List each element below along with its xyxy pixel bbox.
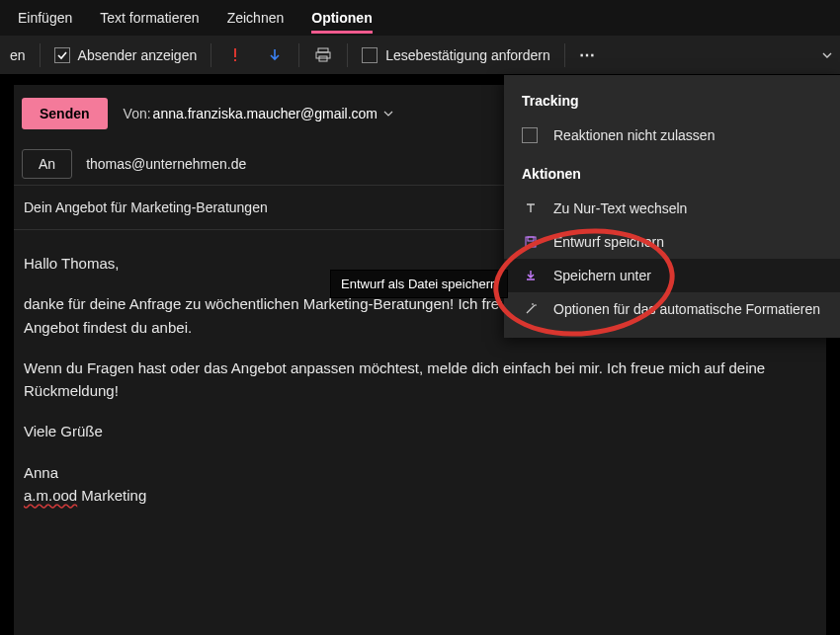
from-email-dropdown[interactable]: anna.franziska.maucher@gmail.com [153, 106, 378, 121]
printer-icon [313, 47, 333, 63]
arrow-down-icon [265, 47, 285, 63]
options-toolbar: en Absender anzeigen Lesebestätigung anf… [0, 36, 840, 75]
checkbox-icon [362, 47, 378, 63]
show-sender-toggle[interactable]: Absender anzeigen [44, 36, 208, 75]
to-field[interactable]: thomas@unternehmen.de [86, 156, 246, 172]
menu-item-label: Optionen für das automatische Formatiere… [553, 301, 820, 317]
menu-item-label: Zu Nur-Text wechseln [553, 200, 687, 216]
checkbox-icon [54, 47, 70, 63]
menu-item-label: Entwurf speichern [553, 234, 664, 250]
menu-item-label: Reaktionen nicht zulassen [553, 127, 714, 143]
chevron-down-icon [821, 49, 833, 61]
toolbar-divider [210, 43, 211, 67]
svg-rect-0 [234, 48, 236, 57]
menu-item-label: Speichern unter [553, 268, 651, 283]
wand-icon [522, 302, 540, 316]
from-label: Von: [124, 106, 151, 121]
svg-rect-6 [528, 237, 534, 241]
toolbar-divider [347, 43, 348, 67]
toolbar-edge-item[interactable]: en [0, 36, 36, 75]
options-dropdown-menu: Tracking Reaktionen nicht zulassen Aktio… [504, 75, 840, 338]
svg-rect-1 [234, 59, 236, 61]
save-icon [522, 235, 540, 249]
svg-rect-3 [316, 52, 330, 58]
signature-name: Anna [24, 464, 58, 481]
read-receipt-toggle[interactable]: Lesebestätigung anfordern [352, 36, 560, 75]
ribbon-tabs: Einfügen Text formatieren Zeichnen Optio… [0, 0, 840, 36]
body-signature: Anna a.m.ood Marketing [24, 461, 816, 508]
toolbar-divider [40, 43, 41, 67]
menu-item-switch-plaintext[interactable]: Zu Nur-Text wechseln [504, 192, 840, 225]
svg-rect-2 [318, 48, 328, 52]
body-paragraph: Wenn du Fragen hast oder das Angebot anp… [24, 357, 816, 403]
print-button[interactable] [303, 36, 343, 75]
menu-item-disable-reactions[interactable]: Reaktionen nicht zulassen [504, 119, 840, 152]
toolbar-edge-label: en [10, 47, 26, 63]
menu-item-autoformat-options[interactable]: Optionen für das automatische Formatiere… [504, 292, 840, 326]
body-signoff: Viele Grüße [24, 420, 816, 442]
tab-draw[interactable]: Zeichnen [227, 0, 285, 36]
toolbar-expand-button[interactable] [818, 36, 836, 75]
read-receipt-label: Lesebestätigung anfordern [385, 47, 550, 63]
menu-item-save-draft[interactable]: Entwurf speichern [504, 225, 840, 259]
dropdown-heading-actions: Aktionen [504, 152, 840, 192]
chevron-down-icon [383, 109, 393, 119]
tab-insert[interactable]: Einfügen [18, 0, 72, 36]
tab-format-text[interactable]: Text formatieren [100, 0, 199, 36]
importance-high-button[interactable] [215, 36, 255, 75]
signature-company-rest: Marketing [77, 487, 146, 504]
toolbar-divider [298, 43, 299, 67]
tab-options[interactable]: Optionen [311, 0, 372, 36]
more-options-button[interactable]: ⋯ [569, 36, 607, 75]
show-sender-label: Absender anzeigen [78, 47, 198, 63]
checkbox-icon [522, 127, 538, 143]
tooltip-save-as-file: Entwurf als Datei speichern [330, 270, 508, 298]
download-icon [522, 269, 540, 282]
send-button[interactable]: Senden [22, 98, 108, 129]
toolbar-divider [564, 43, 565, 67]
dropdown-heading-tracking: Tracking [504, 89, 840, 119]
text-icon [522, 201, 540, 215]
importance-low-button[interactable] [255, 36, 294, 75]
to-picker-button[interactable]: An [22, 149, 72, 179]
exclamation-icon [225, 46, 245, 64]
ellipsis-icon: ⋯ [579, 45, 597, 64]
signature-company-misspelled: a.m.ood [24, 487, 77, 504]
menu-item-save-as[interactable]: Speichern unter [504, 259, 840, 292]
